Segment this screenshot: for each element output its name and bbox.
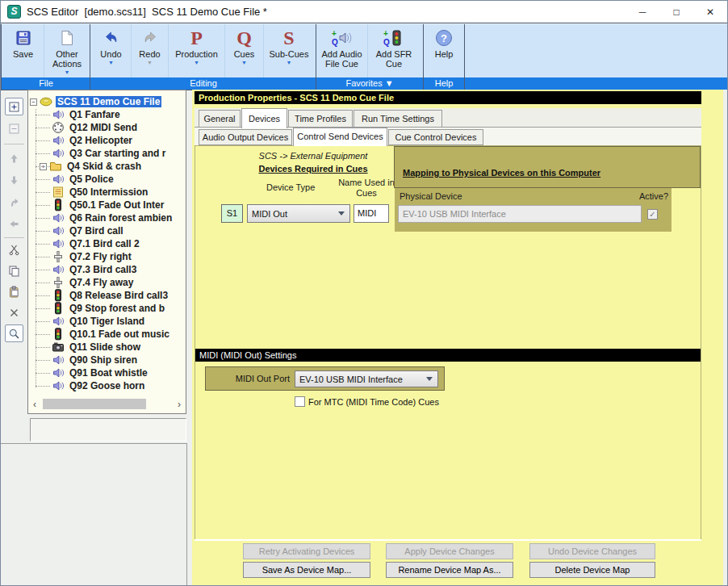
mtc-checkbox-label: For MTC (MIDI Time Code) Cues: [308, 397, 439, 407]
scrollbar-thumb[interactable]: [43, 399, 146, 409]
tree-item[interactable]: Q12 MIDI Send: [28, 121, 186, 134]
editing-group-label: Editing: [91, 77, 316, 90]
file-group: Save Other Actions ▼: [2, 24, 90, 78]
scrollbar-track[interactable]: [40, 399, 174, 409]
scissors-icon: [8, 244, 20, 256]
cut-button[interactable]: [5, 241, 23, 258]
tree-item[interactable]: Q7.4 Fly away: [28, 276, 186, 289]
scroll-right-icon[interactable]: ›: [174, 399, 184, 410]
speaker-icon: [52, 108, 65, 121]
help-button[interactable]: Help: [424, 24, 464, 78]
rename-device-map-button[interactable]: Rename Device Map As...: [386, 562, 513, 578]
production-button[interactable]: P Production ▼: [169, 24, 225, 78]
copy-button[interactable]: [5, 262, 23, 279]
speaker-icon: [52, 173, 65, 186]
production-disc-icon: [40, 95, 52, 108]
tree-item[interactable]: + Q4 Skid & crash: [28, 160, 186, 173]
app-logo-icon: S: [7, 5, 21, 19]
tab-time-profiles[interactable]: Time Profiles: [288, 110, 353, 128]
tree-item[interactable]: Q7 Bird call: [28, 224, 186, 237]
subtab-cue-control-devices[interactable]: Cue Control Devices: [388, 129, 483, 145]
expand-expander-icon[interactable]: +: [40, 163, 47, 170]
subtab-control-send-devices[interactable]: Control Send Devices: [293, 128, 387, 146]
tree-item[interactable]: Q7.1 Bird call 2: [28, 237, 186, 250]
tree-item[interactable]: Q11 Slide show: [28, 341, 186, 354]
active-checkbox: ✓: [647, 209, 658, 220]
dropdown-arrow-icon[interactable]: ▼: [287, 60, 292, 66]
horizontal-scrollbar[interactable]: ‹ ›: [30, 396, 184, 412]
tree-item[interactable]: Q1 Fanfare: [28, 108, 186, 121]
collapse-expander-icon[interactable]: −: [30, 98, 37, 106]
mtc-checkbox[interactable]: [295, 396, 305, 407]
tab-general[interactable]: General: [199, 110, 241, 128]
tree-item[interactable]: Q5 Police: [28, 173, 186, 186]
undo-button[interactable]: Undo ▼: [91, 24, 132, 78]
device-id-badge: S1: [221, 204, 243, 223]
tree-item[interactable]: Q50 Intermission: [28, 186, 186, 199]
tree-item[interactable]: Q8 Release Bird call3: [28, 289, 186, 302]
tab-run-time-settings[interactable]: Run Time Settings: [354, 110, 442, 128]
production-icon: P: [190, 27, 203, 49]
save-as-device-map-button[interactable]: Save As Device Map...: [243, 562, 370, 578]
subtab-audio-output-devices[interactable]: Audio Output Devices: [199, 129, 292, 145]
tab-devices[interactable]: Devices: [241, 108, 287, 128]
undo-device-changes-button: Undo Device Changes: [529, 543, 655, 559]
help-group-label: Help: [424, 77, 464, 90]
fader-icon: [52, 250, 65, 263]
tree-item[interactable]: Q50.1 Fade Out Inter: [28, 199, 186, 211]
tree-item[interactable]: Q2 Helicopter: [28, 134, 186, 147]
sub-cues-button[interactable]: S Sub-Cues ▼: [264, 24, 314, 78]
delete-button[interactable]: [5, 303, 23, 321]
slide-projector-icon: [52, 341, 65, 354]
arrow-up-icon: [8, 153, 20, 165]
window-title: SCS Editor [demo.scs11] SCS 11 Demo Cue …: [27, 6, 267, 18]
midi-out-port-select[interactable]: EV-10 USB MIDI Interface: [295, 370, 438, 387]
redo-button[interactable]: Redo ▼: [132, 24, 169, 78]
find-button[interactable]: [5, 324, 23, 342]
favorites-group-label[interactable]: Favorites ▼: [316, 77, 423, 90]
delete-device-map-button[interactable]: Delete Device Map: [529, 562, 655, 578]
name-used-input[interactable]: MIDI: [354, 204, 389, 223]
divider: [90, 24, 90, 90]
tree-item[interactable]: Q7.3 Bird call3: [28, 263, 186, 276]
tree-item[interactable]: Q6 Rain forest ambien: [28, 211, 186, 224]
sub-cues-icon: S: [283, 27, 294, 49]
dropdown-arrow-icon[interactable]: ▼: [194, 60, 199, 66]
app-window: S SCS Editor [demo.scs11] SCS 11 Demo Cu…: [0, 0, 728, 586]
expand-tree-button[interactable]: [5, 98, 23, 115]
dropdown-arrow-icon[interactable]: ▼: [65, 69, 70, 76]
device-type-select[interactable]: MIDI Out: [247, 204, 350, 223]
tree-item[interactable]: Q10.1 Fade out music: [28, 328, 186, 341]
tree-item[interactable]: Q92 Goose horn: [28, 379, 186, 392]
add-sfr-cue-button[interactable]: Add SFR Cue: [368, 24, 420, 78]
divider: [423, 24, 424, 90]
close-button[interactable]: ✕: [693, 1, 727, 23]
other-actions-button[interactable]: Other Actions ▼: [44, 24, 90, 78]
cue-tree-panel: − SCS 11 Demo Cue File Q1 Fanfare Q12 MI…: [27, 90, 186, 414]
tree-item-root[interactable]: − SCS 11 Demo Cue File: [28, 95, 186, 108]
tree-item[interactable]: Q9 Stop forest and b: [28, 302, 186, 315]
scroll-left-icon[interactable]: ‹: [30, 399, 40, 410]
tree-item[interactable]: Q7.2 Fly right: [28, 250, 186, 263]
file-group-label: File: [2, 77, 90, 90]
tree-item[interactable]: Q10 Tiger Island: [28, 315, 186, 328]
add-audio-file-cue-button[interactable]: Add Audio File Cue: [316, 24, 368, 78]
speaker-icon: [52, 354, 65, 366]
dropdown-arrow-icon[interactable]: ▼: [241, 60, 247, 66]
save-button[interactable]: Save: [2, 24, 44, 78]
dropdown-arrow-icon[interactable]: ▼: [108, 60, 114, 66]
tree-item[interactable]: Q90 Ship siren: [28, 354, 186, 366]
speaker-icon: [52, 315, 65, 328]
cues-button[interactable]: Q Cues ▼: [225, 24, 264, 78]
redo-icon: [142, 27, 158, 49]
tree-item[interactable]: Q91 Boat whistle: [28, 366, 186, 379]
production-properties-header: Production Properties - SCS 11 Demo Cue …: [195, 91, 701, 104]
minimize-button[interactable]: ─: [625, 1, 659, 23]
title-bar: S SCS Editor [demo.scs11] SCS 11 Demo Cu…: [1, 1, 727, 23]
maximize-button[interactable]: □: [659, 1, 693, 23]
add-sfr-cue-icon: [383, 27, 404, 49]
collapse-window-icon: [8, 123, 20, 135]
paste-button[interactable]: [5, 283, 23, 300]
tree-item[interactable]: Q3 Car starting and r: [28, 147, 186, 160]
speaker-icon: [52, 147, 65, 160]
